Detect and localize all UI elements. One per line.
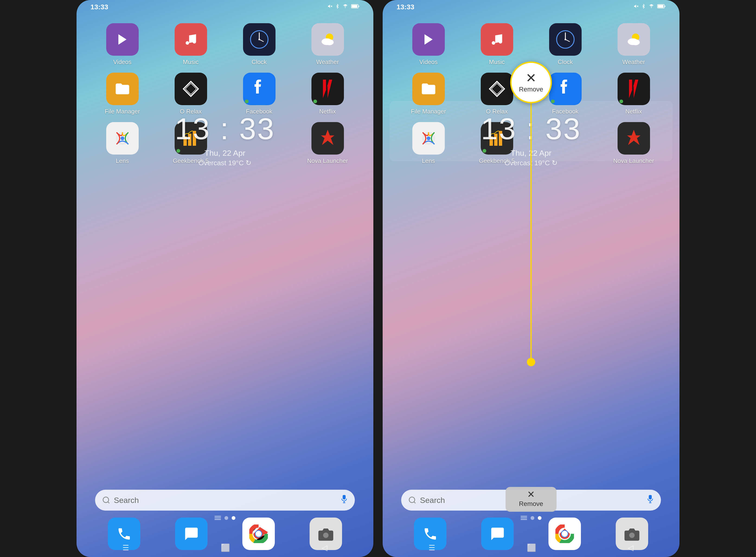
right-app-netflix[interactable]: Netflix: [602, 72, 666, 115]
left-weather-icon: [311, 23, 344, 56]
phone-container: 13:33: [76, 0, 680, 557]
left-music-icon: [175, 23, 207, 56]
right-netflix-icon: [618, 72, 650, 105]
svg-rect-24: [343, 495, 345, 499]
left-mic-icon[interactable]: [340, 495, 348, 505]
svg-point-22: [103, 497, 109, 503]
svg-point-8: [192, 40, 196, 43]
left-widget-weather: Overcast 19°C ↻: [76, 159, 373, 167]
right-music-icon: [481, 23, 513, 56]
left-app-netflix[interactable]: Netflix: [296, 72, 359, 115]
svg-point-40: [499, 40, 502, 43]
left-widget-time: 13 : 33: [76, 111, 373, 146]
svg-rect-4: [352, 5, 357, 8]
left-netflix-dot: [313, 99, 317, 103]
left-bt-icon: [335, 4, 340, 10]
right-remove-tooltip[interactable]: ✕ Remove: [506, 487, 557, 512]
left-videos-icon: [106, 23, 139, 56]
right-orelax-icon: [481, 72, 513, 105]
left-app-videos[interactable]: Videos: [90, 23, 154, 66]
svg-point-39: [492, 41, 495, 45]
left-search-text: Search: [111, 496, 340, 505]
left-search-bar[interactable]: Search: [95, 490, 355, 510]
right-app-music[interactable]: Music: [465, 23, 529, 66]
right-wifi-icon: [649, 4, 655, 10]
left-phone: 13:33: [76, 0, 373, 557]
right-remove-x-icon: ✕: [526, 72, 536, 85]
right-videos-icon: [412, 23, 445, 56]
svg-point-47: [631, 39, 639, 45]
left-app-weather[interactable]: Weather: [296, 23, 359, 66]
right-clock-label: Clock: [558, 58, 573, 66]
right-app-filemanager[interactable]: File Manager: [397, 72, 460, 115]
right-nav-home-icon[interactable]: ⬜: [527, 543, 536, 552]
right-nav-bar: ☰ ⬜ ◁: [383, 538, 680, 557]
left-mute-icon: [327, 4, 333, 10]
right-mic-icon[interactable]: [647, 495, 654, 505]
left-app-filemanager[interactable]: File Manager: [90, 72, 154, 115]
left-clock-icon: [243, 23, 276, 56]
left-clock-label: Clock: [252, 58, 267, 66]
left-app-clock[interactable]: Clock: [227, 23, 291, 66]
right-status-icons: [634, 4, 666, 10]
svg-rect-58: [649, 495, 652, 499]
right-weather-label: Weather: [623, 58, 645, 66]
svg-point-64: [629, 532, 634, 538]
right-search-icon: [408, 496, 416, 504]
right-app-clock[interactable]: Clock: [533, 23, 597, 66]
right-phone: 13:33: [383, 0, 680, 557]
left-nav-menu-icon[interactable]: ☰: [122, 543, 129, 552]
left-facebook-dot: [245, 99, 249, 103]
right-app-videos[interactable]: Videos: [397, 23, 460, 66]
svg-point-7: [186, 41, 189, 45]
left-clock-widget: 13 : 33 Thu, 22 Apr Overcast 19°C ↻: [76, 111, 373, 167]
svg-line-57: [414, 502, 416, 503]
left-app-facebook[interactable]: Facebook: [227, 72, 291, 115]
left-nav-home-icon[interactable]: ⬜: [221, 543, 230, 552]
svg-rect-37: [665, 6, 665, 7]
right-remove-circle[interactable]: ✕ Remove: [510, 61, 552, 103]
right-status-bar: 13:33: [383, 0, 680, 14]
left-status-bar: 13:33: [76, 0, 373, 14]
right-netflix-dot: [620, 99, 623, 103]
right-app-weather[interactable]: Weather: [602, 23, 666, 66]
right-nav-back-icon[interactable]: ◁: [628, 543, 634, 552]
right-battery-icon: [657, 4, 666, 10]
right-widget-time: 13 : 33: [383, 111, 680, 146]
right-mute-icon: [634, 4, 639, 10]
right-tooltip-x-icon: ✕: [515, 490, 547, 499]
left-status-icons: [327, 4, 359, 10]
left-nav-back-icon[interactable]: ◁: [322, 543, 327, 552]
right-clock-icon: [549, 23, 581, 56]
left-battery-icon: [351, 4, 359, 10]
svg-rect-36: [658, 5, 663, 8]
right-weather-icon: [618, 23, 650, 56]
right-clock-widget: 13 : 33 Thu, 22 Apr Overcast 19°C ↻: [383, 111, 680, 167]
svg-point-2: [345, 7, 346, 8]
svg-point-63: [562, 531, 568, 537]
left-orelax-icon: [175, 72, 207, 105]
svg-point-34: [651, 7, 652, 8]
svg-line-23: [108, 502, 109, 503]
right-tooltip-label: Remove: [515, 500, 547, 507]
left-app-orelax[interactable]: O Relax: [159, 72, 223, 115]
right-facebook-icon: [549, 72, 581, 105]
right-music-label: Music: [489, 58, 505, 66]
svg-marker-38: [424, 34, 433, 45]
right-remove-circle-label: Remove: [519, 86, 543, 93]
left-facebook-icon: [243, 72, 276, 105]
left-app-music[interactable]: Music: [159, 23, 223, 66]
right-bt-icon: [641, 4, 645, 10]
right-filemanager-icon: [412, 72, 445, 105]
right-videos-label: Videos: [419, 58, 438, 66]
left-videos-label: Videos: [113, 58, 131, 66]
right-nav-menu-icon[interactable]: ☰: [429, 543, 435, 552]
right-widget-date: Thu, 22 Apr: [383, 149, 680, 157]
left-filemanager-icon: [106, 72, 139, 105]
left-netflix-icon: [311, 72, 344, 105]
left-weather-label: Weather: [316, 58, 339, 66]
left-status-time: 13:33: [90, 3, 108, 11]
svg-point-44: [564, 38, 566, 40]
svg-point-56: [409, 497, 415, 503]
svg-rect-5: [358, 6, 359, 7]
